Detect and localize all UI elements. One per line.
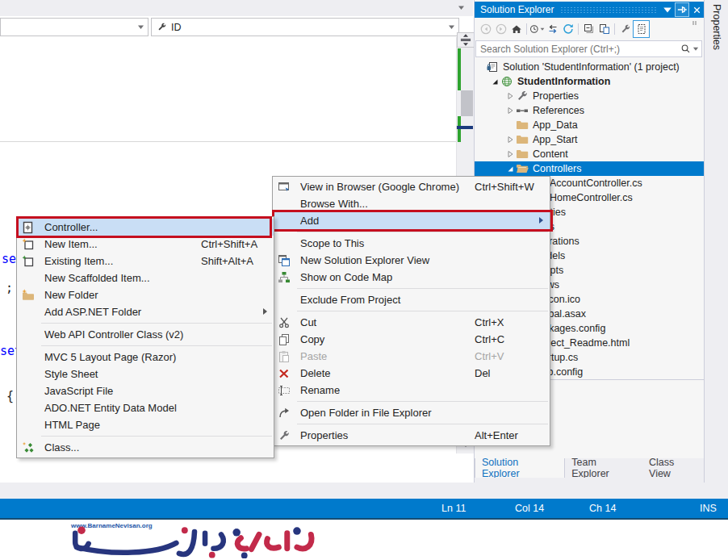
exclude-from-project-menu-item[interactable]: Exclude From Project xyxy=(273,291,550,308)
html-page-menu-item[interactable]: HTML Page xyxy=(17,416,274,433)
editor-top-strip xyxy=(0,0,473,16)
tree-item-controllers[interactable]: Controllers xyxy=(475,161,705,176)
back-button[interactable] xyxy=(478,21,493,37)
open-folder-in-file-explorer-menu-item[interactable]: Open Folder in File Explorer xyxy=(273,404,550,421)
copy-menu-item[interactable]: CopyCtrl+C xyxy=(273,331,550,348)
close-icon[interactable] xyxy=(692,5,702,15)
browse-with-menu-item[interactable]: Browse With... xyxy=(273,195,550,212)
properties-menu-item[interactable]: PropertiesAlt+Enter xyxy=(273,427,550,444)
web-api-controller-class-v2-menu-item[interactable]: Web API Controller Class (v2) xyxy=(17,326,274,343)
menu-item-label: MVC 5 Layout Page (Razor) xyxy=(40,351,176,363)
menu-item-label: Existing Item... xyxy=(40,255,113,267)
tree-item-app-data[interactable]: App_Data xyxy=(475,118,705,132)
new-item-menu-item[interactable]: New Item...Ctrl+Shift+A xyxy=(17,236,274,253)
collapse-all-button[interactable] xyxy=(581,21,596,37)
tree-item-app-start[interactable]: App_Start xyxy=(475,132,705,147)
add-asp-net-folder-menu-item[interactable]: Add ASP.NET Folder xyxy=(17,303,274,320)
view-in-browser-google-chrome-menu-item[interactable]: View in Browser (Google Chrome)Ctrl+Shif… xyxy=(273,178,550,195)
tab-solution-explorer[interactable]: Solution Explorer xyxy=(475,458,565,478)
paste-menu-item[interactable]: PasteCtrl+V xyxy=(273,348,550,365)
search-icon[interactable] xyxy=(680,44,691,54)
menu-item-label: Paste xyxy=(295,350,327,362)
toolbar-separator xyxy=(614,23,615,35)
controller-icon xyxy=(22,221,35,234)
javascript-file-menu-item[interactable]: JavaScript File xyxy=(17,382,274,399)
editor-member-dropdown[interactable]: ID xyxy=(151,18,459,36)
folder-open-icon xyxy=(516,162,529,175)
new-solution-explorer-view-menu-item[interactable]: New Solution Explorer View xyxy=(273,252,550,269)
properties-side-strip: Properties xyxy=(704,0,728,483)
expander-collapsed-icon[interactable] xyxy=(504,134,516,145)
wrench-icon xyxy=(516,90,529,102)
editor-split-handle[interactable] xyxy=(457,32,475,48)
new-item-icon xyxy=(17,238,40,251)
delete-menu-item[interactable]: DeleteDel xyxy=(273,365,550,382)
forward-button[interactable] xyxy=(493,21,508,37)
change-marker-green xyxy=(458,116,461,142)
menu-item-label: Add xyxy=(295,215,319,227)
tree-item-references[interactable]: References xyxy=(475,103,705,118)
sync-with-active-document-button[interactable] xyxy=(545,21,560,37)
add-menu-item[interactable]: Add xyxy=(273,212,550,229)
show-all-files-icon xyxy=(636,23,647,35)
expander-expanded-icon[interactable] xyxy=(504,163,516,174)
tab-team-explorer[interactable]: Team Explorer xyxy=(565,458,642,478)
menu-item-label: Rename xyxy=(295,384,340,396)
menu-item-label: Copy xyxy=(295,333,324,345)
menu-separator xyxy=(297,401,548,402)
ado-net-entity-data-model-menu-item[interactable]: ADO.NET Entity Data Model xyxy=(17,399,274,416)
code-fragment: { xyxy=(6,391,14,403)
expander-collapsed-icon[interactable] xyxy=(504,90,516,102)
refresh-button[interactable] xyxy=(560,21,575,37)
toolbar-overflow-icon[interactable] xyxy=(692,20,701,27)
folder-icon xyxy=(516,119,529,132)
scope-to-this-menu-item[interactable]: Scope to This xyxy=(273,235,550,252)
class-menu-item[interactable]: Class... xyxy=(17,439,274,456)
menu-item-label: Class... xyxy=(40,441,79,453)
code-map-icon xyxy=(273,271,295,284)
expander-expanded-icon[interactable] xyxy=(489,76,500,87)
tree-item-studentinformation[interactable]: StudentInformation xyxy=(475,74,705,89)
submenu-arrow-icon xyxy=(539,217,543,224)
delete-icon xyxy=(278,367,291,380)
tab-class-view[interactable]: Class View xyxy=(642,458,705,478)
new-folder-menu-item[interactable]: New Folder xyxy=(17,286,274,303)
home-button[interactable] xyxy=(508,21,524,37)
expander-collapsed-icon[interactable] xyxy=(504,148,516,160)
cut-menu-item[interactable]: CutCtrl+X xyxy=(273,314,550,331)
context-menu: View in Browser (Google Chrome)Ctrl+Shif… xyxy=(272,176,550,446)
properties-wrench-button[interactable] xyxy=(617,21,633,37)
tree-item-solution-studentinformation-1-project[interactable]: Solution 'StudentInformation' (1 project… xyxy=(475,60,705,74)
style-sheet-menu-item[interactable]: Style Sheet xyxy=(17,366,274,382)
expander-collapsed-icon[interactable] xyxy=(504,105,516,116)
existing-item-menu-item[interactable]: Existing Item...Shift+Alt+A xyxy=(17,253,274,270)
show-on-code-map-menu-item[interactable]: Show on Code Map xyxy=(273,269,550,286)
menu-item-label: Exclude From Project xyxy=(295,294,400,306)
tree-item-content[interactable]: Content xyxy=(475,147,705,161)
window-position-chevron-icon[interactable] xyxy=(663,5,672,15)
new-scaffolded-item-menu-item[interactable]: New Scaffolded Item... xyxy=(17,270,274,286)
solution-explorer-titlebar[interactable]: Solution Explorer xyxy=(475,2,705,18)
scrollbar-thumb[interactable] xyxy=(461,90,473,116)
editor-class-dropdown[interactable] xyxy=(0,18,149,36)
character-indicator: Ch 14 xyxy=(589,503,616,514)
menu-icon-gutter xyxy=(17,385,40,398)
search-input[interactable] xyxy=(475,40,702,57)
preview-selected-items-button[interactable] xyxy=(596,21,612,37)
references-icon xyxy=(516,104,529,117)
show-all-files-button[interactable] xyxy=(633,20,650,38)
controller-menu-item[interactable]: Controller... xyxy=(17,219,274,236)
chevron-down-icon[interactable] xyxy=(457,4,466,11)
mvc-5-layout-page-razor-menu-item[interactable]: MVC 5 Layout Page (Razor) xyxy=(17,349,274,366)
menu-item-label: Browse With... xyxy=(295,198,368,210)
tree-item-properties[interactable]: Properties xyxy=(475,89,705,103)
menu-item-label: Cut xyxy=(295,316,316,328)
properties-panel-tab[interactable]: Properties xyxy=(711,4,722,50)
menu-icon-gutter xyxy=(17,402,40,415)
chevron-down-icon[interactable] xyxy=(692,46,699,52)
rename-menu-item[interactable]: Rename xyxy=(273,382,550,399)
menu-item-label: New Solution Explorer View xyxy=(295,254,429,266)
new-folder-icon xyxy=(22,289,35,302)
auto-hide-pin-icon[interactable] xyxy=(675,2,689,17)
switch-views-button[interactable] xyxy=(529,21,545,37)
